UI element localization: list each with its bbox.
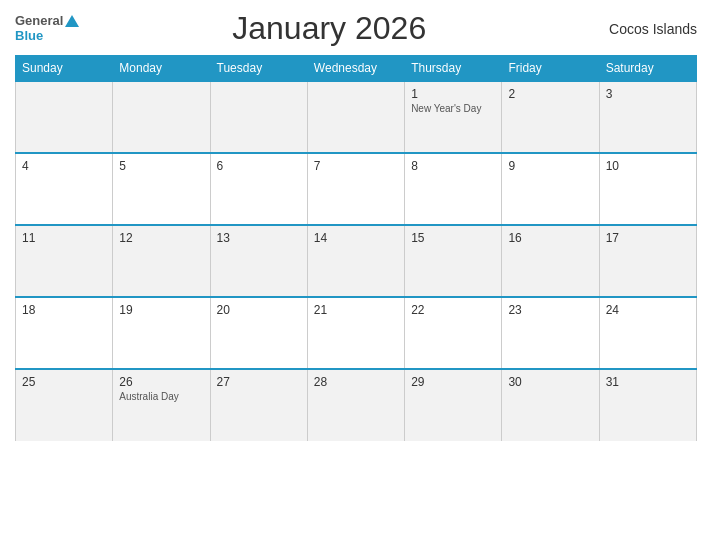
day-number: 19 [119,303,203,317]
calendar-cell-w3-d7: 17 [599,225,696,297]
weekday-header-row: SundayMondayTuesdayWednesdayThursdayFrid… [16,56,697,82]
calendar-cell-w5-d2: 26Australia Day [113,369,210,441]
day-number: 9 [508,159,592,173]
day-number: 1 [411,87,495,101]
day-number: 18 [22,303,106,317]
day-number: 12 [119,231,203,245]
calendar-cell-w1-d4 [307,81,404,153]
calendar-cell-w1-d1 [16,81,113,153]
calendar-cell-w3-d1: 11 [16,225,113,297]
day-number: 13 [217,231,301,245]
day-number: 3 [606,87,690,101]
day-number: 30 [508,375,592,389]
weekday-header-tuesday: Tuesday [210,56,307,82]
calendar-cell-w2-d1: 4 [16,153,113,225]
day-number: 10 [606,159,690,173]
calendar-cell-w5-d3: 27 [210,369,307,441]
calendar-cell-w5-d5: 29 [405,369,502,441]
holiday-name: New Year's Day [411,103,495,114]
calendar-cell-w1-d3 [210,81,307,153]
calendar-cell-w1-d7: 3 [599,81,696,153]
calendar-cell-w5-d7: 31 [599,369,696,441]
day-number: 2 [508,87,592,101]
weekday-header-wednesday: Wednesday [307,56,404,82]
day-number: 17 [606,231,690,245]
day-number: 20 [217,303,301,317]
day-number: 26 [119,375,203,389]
logo-general-text: General [15,14,63,28]
day-number: 5 [119,159,203,173]
calendar-cell-w4-d5: 22 [405,297,502,369]
day-number: 25 [22,375,106,389]
calendar-cell-w1-d5: 1New Year's Day [405,81,502,153]
day-number: 15 [411,231,495,245]
day-number: 27 [217,375,301,389]
weekday-header-saturday: Saturday [599,56,696,82]
calendar-cell-w5-d6: 30 [502,369,599,441]
calendar-cell-w4-d4: 21 [307,297,404,369]
day-number: 6 [217,159,301,173]
calendar-header: General Blue January 2026 Cocos Islands [15,10,697,47]
calendar-cell-w2-d5: 8 [405,153,502,225]
calendar-cell-w4-d1: 18 [16,297,113,369]
calendar-cell-w2-d7: 10 [599,153,696,225]
calendar-cell-w3-d2: 12 [113,225,210,297]
holiday-name: Australia Day [119,391,203,402]
weekday-header-monday: Monday [113,56,210,82]
svg-marker-0 [65,15,79,27]
weekday-header-thursday: Thursday [405,56,502,82]
day-number: 29 [411,375,495,389]
day-number: 7 [314,159,398,173]
calendar-cell-w3-d5: 15 [405,225,502,297]
week-row-1: 1New Year's Day23 [16,81,697,153]
logo: General Blue [15,14,81,43]
week-row-2: 45678910 [16,153,697,225]
calendar-table: SundayMondayTuesdayWednesdayThursdayFrid… [15,55,697,441]
calendar-cell-w2-d2: 5 [113,153,210,225]
calendar-cell-w3-d3: 13 [210,225,307,297]
weekday-header-sunday: Sunday [16,56,113,82]
day-number: 22 [411,303,495,317]
day-number: 14 [314,231,398,245]
calendar-cell-w5-d4: 28 [307,369,404,441]
calendar-cell-w4-d7: 24 [599,297,696,369]
logo-triangle-icon [65,15,79,27]
calendar-cell-w2-d6: 9 [502,153,599,225]
calendar-container: General Blue January 2026 Cocos Islands … [0,0,712,550]
calendar-cell-w5-d1: 25 [16,369,113,441]
day-number: 24 [606,303,690,317]
day-number: 28 [314,375,398,389]
week-row-3: 11121314151617 [16,225,697,297]
day-number: 16 [508,231,592,245]
day-number: 4 [22,159,106,173]
calendar-cell-w4-d6: 23 [502,297,599,369]
calendar-cell-w4-d3: 20 [210,297,307,369]
calendar-cell-w1-d2 [113,81,210,153]
day-number: 23 [508,303,592,317]
weekday-header-friday: Friday [502,56,599,82]
week-row-5: 2526Australia Day2728293031 [16,369,697,441]
week-row-4: 18192021222324 [16,297,697,369]
calendar-cell-w4-d2: 19 [113,297,210,369]
calendar-cell-w3-d6: 16 [502,225,599,297]
region-label: Cocos Islands [577,21,697,37]
calendar-cell-w3-d4: 14 [307,225,404,297]
calendar-title: January 2026 [81,10,577,47]
day-number: 31 [606,375,690,389]
calendar-cell-w1-d6: 2 [502,81,599,153]
calendar-cell-w2-d4: 7 [307,153,404,225]
day-number: 21 [314,303,398,317]
day-number: 8 [411,159,495,173]
day-number: 11 [22,231,106,245]
logo-blue-text: Blue [15,29,81,43]
calendar-cell-w2-d3: 6 [210,153,307,225]
